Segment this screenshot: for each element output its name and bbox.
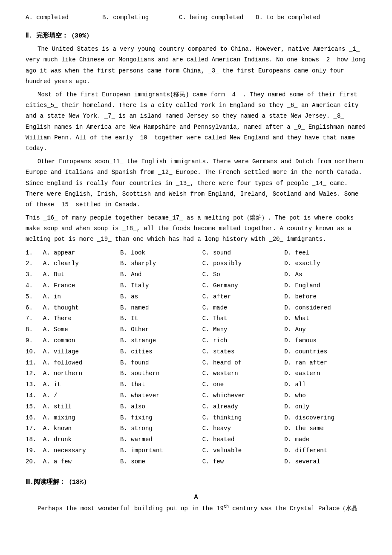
mcq-choice-d: D. different — [284, 445, 366, 457]
mcq-row-5: 5. A. in B. as C. after D. before — [26, 292, 366, 303]
mcq-choice-c: C. Many — [202, 324, 285, 335]
mcq-choice-b: B. fixing — [120, 413, 202, 424]
mcq-choice-d: D. several — [284, 457, 366, 468]
choice-b-label: B. — [102, 14, 113, 21]
mcq-num: 17. — [26, 423, 43, 434]
mcq-choice-b: B. Other — [120, 324, 202, 335]
mcq-choice-d: D. England — [284, 280, 366, 292]
choice-c-label: C. — [179, 14, 190, 21]
mcq-num: 14. — [26, 390, 43, 402]
choice-a: A. completed — [26, 13, 102, 23]
mcq-choice-b: B. cities — [120, 347, 202, 358]
mcq-choice-c: C. heard of — [202, 358, 285, 369]
mcq-num: 2. — [26, 258, 43, 269]
mcq-row-3: 3. A. But B. And C. So D. As — [26, 269, 366, 280]
mcq-choice-b: B. sharply — [120, 258, 202, 269]
mcq-choice-a: A. necessary — [43, 445, 120, 457]
mcq-row-14: 14. A. / B. whatever C. whichever D. who — [26, 390, 366, 402]
mcq-choice-c: C. states — [202, 347, 285, 358]
mcq-row-20: 20. A. a few B. some C. few D. several — [26, 457, 366, 468]
mcq-choice-d: D. discovering — [284, 413, 366, 424]
mcq-choice-b: B. strong — [120, 423, 202, 434]
choice-a-label: A. — [26, 14, 36, 21]
mcq-row-13: 13. A. it B. that C. one D. all — [26, 379, 366, 390]
mcq-choice-a: A. There — [43, 313, 120, 324]
mcq-choice-b: B. some — [120, 457, 202, 468]
mcq-choice-d: D. ran after — [284, 358, 366, 369]
part3-paragraph1: Perhaps the most wonderful building put … — [26, 503, 366, 514]
mcq-choice-b: B. named — [120, 303, 202, 314]
mcq-choice-c: C. That — [202, 313, 285, 324]
mcq-choice-d: D. eastern — [284, 368, 366, 379]
mcq-choice-a: A. Some — [43, 324, 120, 335]
mcq-choice-d: D. exactly — [284, 258, 366, 269]
mcq-row-6: 6. A. thought B. named C. made D. consid… — [26, 303, 366, 314]
mcq-choice-d: D. before — [284, 292, 366, 303]
mcq-choice-d: D. made — [284, 434, 366, 445]
mcq-row-19: 19. A. necessary B. important C. valuabl… — [26, 445, 366, 457]
mcq-choice-b: B. whatever — [120, 390, 202, 402]
mcq-choice-a: A. mixing — [43, 413, 120, 424]
mcq-num: 8. — [26, 324, 43, 335]
mcq-choice-a: A. still — [43, 402, 120, 413]
mcq-choice-c: C. valuable — [202, 445, 285, 457]
mcq-num: 3. — [26, 269, 43, 280]
mcq-choice-c: C. one — [202, 379, 285, 390]
mcq-choice-c: C. rich — [202, 335, 285, 347]
mcq-row-1: 1. A. appear B. look C. sound D. feel — [26, 248, 366, 259]
mcq-choice-d: D. What — [284, 313, 366, 324]
mcq-choice-a: A. it — [43, 379, 120, 390]
section-a-label: A — [26, 492, 366, 503]
mcq-num: 19. — [26, 445, 43, 457]
mcq-num: 11. — [26, 358, 43, 369]
choice-d: D. to be completed — [256, 13, 332, 23]
mcq-choice-a: A. a few — [43, 457, 120, 468]
mcq-choice-d: D. countries — [284, 347, 366, 358]
mcq-choice-b: B. also — [120, 402, 202, 413]
mcq-choice-b: B. warmed — [120, 434, 202, 445]
mcq-choice-a: A. common — [43, 335, 120, 347]
mcq-choice-c: C. after — [202, 292, 285, 303]
mcq-num: 15. — [26, 402, 43, 413]
mcq-choice-d: D. feel — [284, 248, 366, 259]
mcq-row-16: 16. A. mixing B. fixing C. thinking D. d… — [26, 413, 366, 424]
choice-d-label: D. — [256, 14, 266, 21]
mcq-row-17: 17. A. known B. strong C. heavy D. the s… — [26, 423, 366, 434]
mcq-choice-a: A. But — [43, 269, 120, 280]
mcq-choice-c: C. already — [202, 402, 285, 413]
mcq-num: 20. — [26, 457, 43, 468]
choice-c: C. being completed — [179, 13, 256, 23]
choice-a-value: completed — [36, 14, 69, 21]
mcq-choice-d: D. who — [284, 390, 366, 402]
mcq-choice-c: C. heated — [202, 434, 285, 445]
mcq-choice-d: D. the same — [284, 423, 366, 434]
choice-d-value: to be completed — [266, 14, 320, 21]
mcq-num: 4. — [26, 280, 43, 292]
part1-answers: A. completed B. completing C. being comp… — [26, 13, 366, 23]
mcq-choice-c: C. So — [202, 269, 285, 280]
mcq-choice-b: B. It — [120, 313, 202, 324]
mcq-choice-d: D. only — [284, 402, 366, 413]
mcq-choice-a: A. followed — [43, 358, 120, 369]
mcq-row-9: 9. A. common B. strange C. rich D. famou… — [26, 335, 366, 347]
mcq-num: 18. — [26, 434, 43, 445]
mcq-choice-c: C. possibly — [202, 258, 285, 269]
mcq-num: 9. — [26, 335, 43, 347]
mcq-row-15: 15. A. still B. also C. already D. only — [26, 402, 366, 413]
mcq-choice-c: C. western — [202, 368, 285, 379]
mcq-choice-c: C. Germany — [202, 280, 285, 292]
mcq-choice-d: D. Any — [284, 324, 366, 335]
mcq-choice-d: D. famous — [284, 335, 366, 347]
part2-paragraph4: This _16_ of many people together became… — [26, 213, 366, 245]
mcq-row-7: 7. A. There B. It C. That D. What — [26, 313, 366, 324]
mcq-choice-a: A. clearly — [43, 258, 120, 269]
mcq-choice-d: D. As — [284, 269, 366, 280]
mcq-choice-a: A. thought — [43, 303, 120, 314]
mcq-choice-c: C. few — [202, 457, 285, 468]
mcq-num: 6. — [26, 303, 43, 314]
choice-b-value: completing — [113, 14, 149, 21]
mcq-choice-b: B. that — [120, 379, 202, 390]
mcq-choice-a: A. in — [43, 292, 120, 303]
mcq-num: 10. — [26, 347, 43, 358]
mcq-row-2: 2. A. clearly B. sharply C. possibly D. … — [26, 258, 366, 269]
